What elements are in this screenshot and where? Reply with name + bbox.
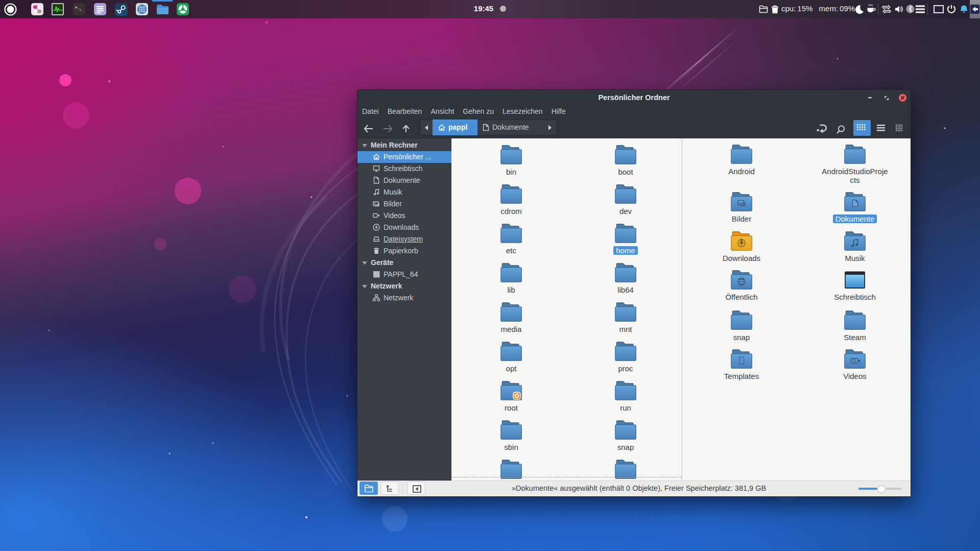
svg-text:>_: >_ [79, 8, 84, 12]
